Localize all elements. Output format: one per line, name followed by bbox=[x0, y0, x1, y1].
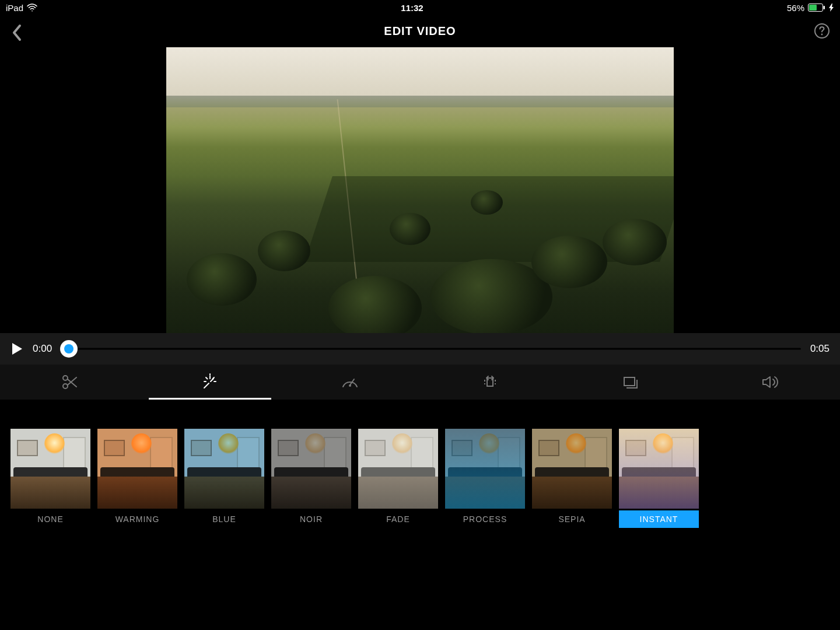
tool-frame[interactable] bbox=[560, 365, 700, 400]
status-left: iPad bbox=[6, 3, 37, 13]
charging-icon bbox=[829, 4, 834, 12]
device-label: iPad bbox=[6, 3, 23, 13]
tool-rotate[interactable] bbox=[420, 365, 560, 400]
svg-point-7 bbox=[349, 384, 351, 387]
filter-label: WARMING bbox=[97, 510, 177, 528]
tool-tabs bbox=[0, 365, 840, 400]
filter-label: SEPIA bbox=[532, 510, 612, 528]
filter-thumb bbox=[271, 429, 351, 509]
filter-label: INSTANT bbox=[619, 510, 699, 528]
svg-rect-9 bbox=[624, 377, 635, 386]
filter-thumb bbox=[97, 429, 177, 509]
filter-fade[interactable]: FADE bbox=[358, 429, 438, 528]
tool-trim[interactable] bbox=[0, 365, 140, 400]
svg-rect-1 bbox=[824, 6, 825, 9]
filter-sepia[interactable]: SEPIA bbox=[532, 429, 612, 528]
clock: 11:32 bbox=[401, 3, 423, 13]
filter-label: PROCESS bbox=[445, 510, 525, 528]
tool-volume[interactable] bbox=[700, 365, 840, 400]
battery-pct: 56% bbox=[787, 3, 804, 13]
filter-thumb bbox=[184, 429, 264, 509]
time-current: 0:00 bbox=[33, 343, 52, 355]
filter-label: BLUE bbox=[184, 510, 264, 528]
time-duration: 0:05 bbox=[810, 343, 830, 355]
filter-process[interactable]: PROCESS bbox=[445, 429, 525, 528]
svg-point-5 bbox=[63, 384, 68, 388]
filters-row: NONEWARMINGBLUENOIRFADEPROCESSSEPIAINSTA… bbox=[10, 429, 830, 528]
wifi-icon bbox=[27, 4, 37, 12]
scrubber-track[interactable] bbox=[61, 344, 801, 354]
filter-thumb bbox=[10, 429, 90, 509]
svg-rect-2 bbox=[809, 5, 817, 10]
filters-panel: NONEWARMINGBLUENOIRFADEPROCESSSEPIAINSTA… bbox=[0, 400, 840, 630]
svg-point-4 bbox=[821, 34, 823, 36]
help-button[interactable] bbox=[812, 21, 832, 41]
svg-point-6 bbox=[63, 376, 68, 380]
video-preview-area bbox=[0, 47, 840, 333]
filter-thumb bbox=[619, 429, 699, 509]
status-bar: iPad 11:32 56% bbox=[0, 0, 840, 15]
filter-thumb bbox=[445, 429, 525, 509]
battery-icon bbox=[808, 4, 825, 12]
filter-warming[interactable]: WARMING bbox=[97, 429, 177, 528]
filter-instant[interactable]: INSTANT bbox=[619, 429, 699, 528]
filter-noir[interactable]: NOIR bbox=[271, 429, 351, 528]
filter-thumb bbox=[358, 429, 438, 509]
page-title: EDIT VIDEO bbox=[384, 24, 456, 38]
filter-thumb bbox=[532, 429, 612, 509]
filter-none[interactable]: NONE bbox=[10, 429, 90, 528]
status-right: 56% bbox=[787, 3, 834, 13]
filter-blue[interactable]: BLUE bbox=[184, 429, 264, 528]
filter-label: NONE bbox=[10, 510, 90, 528]
back-button[interactable] bbox=[8, 21, 26, 44]
tool-speed[interactable] bbox=[280, 365, 420, 400]
scrubber-thumb[interactable] bbox=[60, 340, 78, 358]
tool-filters[interactable] bbox=[140, 365, 280, 400]
play-button[interactable] bbox=[10, 342, 23, 355]
playback-bar: 0:00 0:05 bbox=[0, 333, 840, 365]
filter-label: NOIR bbox=[271, 510, 351, 528]
nav-header: EDIT VIDEO bbox=[0, 15, 840, 47]
filter-label: FADE bbox=[358, 510, 438, 528]
video-preview[interactable] bbox=[166, 47, 674, 333]
